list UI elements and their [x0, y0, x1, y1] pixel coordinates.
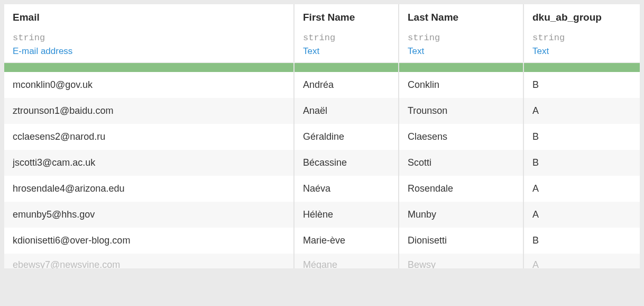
table-cell[interactable]: Géraldine: [294, 124, 399, 150]
column-header-first-name[interactable]: First Name string Text: [294, 4, 399, 62]
table-cell[interactable]: kdionisetti6@over-blog.com: [4, 228, 294, 254]
table-cell[interactable]: ebewsy7@newsvine.com: [4, 254, 294, 268]
column-type: string: [408, 33, 514, 43]
table-cell[interactable]: Rosendale: [399, 176, 523, 202]
table-cell[interactable]: Bewsy: [399, 254, 523, 268]
column-status-bar: [399, 62, 523, 72]
column-status-bar: [4, 62, 294, 72]
table-row[interactable]: mconklin0@gov.ukAndréaConklinB: [4, 72, 640, 98]
table-cell[interactable]: hrosendale4@arizona.edu: [4, 176, 294, 202]
column-header-last-name[interactable]: Last Name string Text: [399, 4, 523, 62]
column-meaning[interactable]: E-mail address: [13, 46, 285, 57]
column-name: Last Name: [408, 12, 514, 23]
table-cell[interactable]: Claesens: [399, 124, 523, 150]
table-row[interactable]: jscotti3@cam.ac.ukBécassineScottiB: [4, 150, 640, 176]
table-cell[interactable]: Anaël: [294, 98, 399, 124]
column-header-dku-ab-group[interactable]: dku_ab_group string Text: [523, 4, 640, 62]
table-row[interactable]: cclaesens2@narod.ruGéraldineClaesensB: [4, 124, 640, 150]
table-row[interactable]: kdionisetti6@over-blog.comMarie-èveDioni…: [4, 228, 640, 254]
table-cell[interactable]: jscotti3@cam.ac.uk: [4, 150, 294, 176]
column-meaning[interactable]: Text: [408, 46, 514, 57]
table-cell[interactable]: B: [523, 228, 640, 254]
table-cell[interactable]: mconklin0@gov.uk: [4, 72, 294, 98]
column-type: string: [303, 33, 390, 43]
column-status-bar: [523, 62, 640, 72]
column-meaning[interactable]: Text: [532, 46, 631, 57]
table-cell[interactable]: A: [523, 98, 640, 124]
table-cell[interactable]: Conklin: [399, 72, 523, 98]
column-meaning[interactable]: Text: [303, 46, 390, 57]
table-cell[interactable]: B: [523, 150, 640, 176]
table-cell[interactable]: Bécassine: [294, 150, 399, 176]
table-cell[interactable]: A: [523, 176, 640, 202]
column-header-email[interactable]: Email string E-mail address: [4, 4, 294, 62]
table-cell[interactable]: Naéva: [294, 176, 399, 202]
table-cell[interactable]: Marie-ève: [294, 228, 399, 254]
table-row[interactable]: hrosendale4@arizona.eduNaévaRosendaleA: [4, 176, 640, 202]
table-cell[interactable]: Scotti: [399, 150, 523, 176]
table-cell[interactable]: B: [523, 72, 640, 98]
column-type: string: [13, 33, 285, 43]
table-cell[interactable]: A: [523, 254, 640, 268]
table-row-partial[interactable]: ebewsy7@newsvine.comMéganeBewsyA: [4, 254, 640, 268]
table-cell[interactable]: Dionisetti: [399, 228, 523, 254]
column-name: First Name: [303, 12, 390, 23]
column-type: string: [532, 33, 631, 43]
table-cell[interactable]: Andréa: [294, 72, 399, 98]
table-cell[interactable]: Hélène: [294, 202, 399, 228]
table-cell[interactable]: cclaesens2@narod.ru: [4, 124, 294, 150]
table-row[interactable]: ztrounson1@baidu.comAnaëlTrounsonA: [4, 98, 640, 124]
status-bar-row: [4, 62, 640, 72]
column-name: Email: [13, 12, 285, 23]
table-row[interactable]: emunby5@hhs.govHélèneMunbyA: [4, 202, 640, 228]
table-cell[interactable]: Mégane: [294, 254, 399, 268]
table-cell[interactable]: ztrounson1@baidu.com: [4, 98, 294, 124]
table-cell[interactable]: A: [523, 202, 640, 228]
table-header-row: Email string E-mail address First Name s…: [4, 4, 640, 62]
column-name: dku_ab_group: [532, 12, 631, 23]
table-cell[interactable]: Munby: [399, 202, 523, 228]
data-table: Email string E-mail address First Name s…: [4, 4, 640, 268]
table-cell[interactable]: B: [523, 124, 640, 150]
table-cell[interactable]: emunby5@hhs.gov: [4, 202, 294, 228]
column-status-bar: [294, 62, 399, 72]
table-cell[interactable]: Trounson: [399, 98, 523, 124]
